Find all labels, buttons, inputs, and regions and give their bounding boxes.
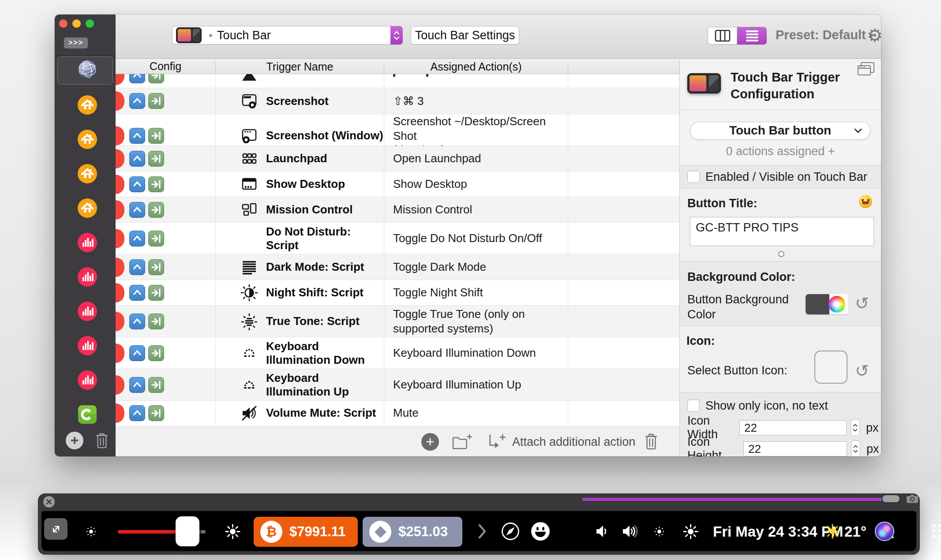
sidebar-item-bar-chart[interactable] [77, 370, 98, 391]
sidebar-item-home[interactable] [77, 163, 98, 184]
sidebar-overflow-button[interactable]: >>> [64, 37, 88, 49]
screenshot-camera-icon[interactable] [906, 493, 919, 504]
expand-icon[interactable] [44, 518, 67, 540]
goto-button[interactable] [148, 231, 164, 246]
table-row[interactable]: Screenshot ⇧⌘ 3 [116, 88, 679, 114]
volume-up-icon[interactable] [621, 522, 639, 541]
minimize-window-button[interactable] [72, 19, 81, 28]
table-row[interactable]: Mission Control Mission Control [116, 197, 679, 223]
attach-action-label[interactable]: Attach additional action [512, 435, 635, 449]
collapse-button[interactable] [129, 128, 145, 144]
current-color-swatch[interactable] [806, 294, 829, 314]
icon-width-input[interactable] [739, 420, 847, 435]
collapse-button[interactable] [129, 259, 145, 275]
column-header-trigger-name[interactable]: Trigger Name [215, 61, 384, 72]
columns-view-button[interactable] [708, 27, 737, 45]
temperature-widget[interactable]: 21° [844, 523, 866, 540]
table-row[interactable]: Do Not Disturb: Script Toggle Do Not Dis… [116, 223, 679, 254]
collapse-button[interactable] [129, 74, 145, 83]
sidebar-item-bar-chart[interactable] [77, 266, 98, 287]
icon-height-stepper[interactable] [851, 441, 860, 456]
preset-menu[interactable]: Preset: Default ▾ [776, 28, 874, 42]
emoji-smiley-icon[interactable] [531, 522, 550, 541]
table-row-partial[interactable] [116, 74, 679, 88]
goto-button[interactable] [148, 74, 164, 83]
keyboard-brightness-bright-icon[interactable] [682, 523, 699, 540]
collapse-button[interactable] [129, 202, 145, 218]
emoji-picker-icon[interactable] [859, 195, 872, 208]
add-trigger-button[interactable]: + [421, 433, 439, 451]
actions-assigned-note[interactable]: 0 actions assigned + [680, 145, 881, 158]
collapse-button[interactable] [129, 93, 145, 109]
color-wheel-icon[interactable] [829, 296, 845, 313]
table-row[interactable]: Screenshot (Window) Screenshot ~/Desktop… [116, 114, 679, 146]
table-row[interactable]: True Tone: Script Toggle True Tone (only… [116, 306, 679, 337]
goto-button[interactable] [148, 345, 164, 361]
goto-button[interactable] [148, 405, 164, 421]
icon-well[interactable] [814, 351, 847, 384]
table-row[interactable]: Keyboard Illumination Up Keyboard Illumi… [116, 369, 679, 401]
gear-icon[interactable]: ⚙ [867, 25, 883, 45]
icon-height-input[interactable] [743, 441, 847, 456]
table-row[interactable]: Night Shift: Script Toggle Night Shift [116, 280, 679, 306]
table-row[interactable]: Show Desktop Show Desktop [116, 172, 679, 197]
delete-trigger-trash-icon[interactable] [644, 433, 659, 451]
goto-button[interactable] [148, 259, 164, 275]
reset-color-icon[interactable]: ↺ [855, 295, 869, 312]
trigger-kind-select[interactable]: Touch Bar button [690, 122, 870, 140]
button-title-input[interactable]: GC-BTT PRO TIPS [690, 217, 874, 246]
list-view-button[interactable] [737, 27, 767, 45]
collapse-button[interactable] [129, 314, 145, 329]
close-window-button[interactable] [59, 19, 67, 28]
strip-size-slider[interactable] [582, 498, 885, 501]
volume-down-icon[interactable] [593, 522, 611, 541]
sidebar-item-bar-chart[interactable] [77, 232, 98, 253]
weather-sun-icon[interactable] [825, 523, 840, 539]
table-row[interactable]: Volume Mute: Script Mute [116, 401, 679, 426]
goto-button[interactable] [148, 202, 164, 218]
trigger-type-select[interactable]: • Touch Bar [172, 26, 403, 45]
delete-preset-trash-icon[interactable] [94, 432, 109, 450]
goto-button[interactable] [148, 128, 164, 144]
sidebar-item-bar-chart[interactable] [77, 335, 98, 356]
brightness-slider-knob[interactable] [176, 516, 199, 546]
collapse-button[interactable] [129, 377, 145, 393]
goto-button[interactable] [148, 93, 164, 109]
bitcoin-price-button[interactable]: ₿ $7991.11 [254, 517, 358, 547]
sidebar-item-home[interactable] [77, 129, 98, 150]
collapse-button[interactable] [129, 405, 145, 421]
globe-network-icon[interactable] [77, 59, 97, 79]
table-row[interactable]: Dark Mode: Script Toggle Dark Mode [116, 254, 679, 280]
goto-button[interactable] [148, 285, 164, 301]
sidebar-item-home[interactable] [77, 94, 98, 116]
collapse-button[interactable] [129, 345, 145, 361]
goto-button[interactable] [148, 377, 164, 393]
column-header-assigned-actions[interactable]: Assigned Action(s) [384, 61, 568, 72]
attach-action-icon[interactable] [487, 433, 507, 451]
reset-icon-icon[interactable]: ↺ [855, 362, 869, 379]
collapse-button[interactable] [129, 285, 145, 301]
brightness-dim-icon[interactable] [85, 526, 97, 538]
resize-handle[interactable] [778, 251, 784, 257]
sidebar-item-camtasia[interactable] [78, 405, 97, 424]
column-header-config[interactable]: Config [116, 60, 215, 73]
collapse-button[interactable] [129, 231, 145, 246]
chevron-right-icon[interactable] [477, 523, 487, 540]
ethereum-price-button[interactable]: $251.03 [363, 517, 462, 547]
strip-slider-knob[interactable] [881, 494, 900, 503]
brightness-bright-icon[interactable] [225, 523, 241, 540]
sidebar-item-home[interactable] [77, 198, 98, 219]
table-row[interactable]: Keyboard Illumination Down Keyboard Illu… [116, 337, 679, 369]
close-icon[interactable] [43, 496, 55, 508]
collapse-button[interactable] [129, 151, 145, 167]
color-well[interactable] [806, 294, 848, 314]
keyboard-brightness-dim-icon[interactable] [653, 526, 665, 538]
clock-widget[interactable]: Fri May 24 3:34 PM [713, 523, 843, 540]
table-row[interactable]: Launchpad Open Launchpad [116, 146, 679, 172]
touch-bar-settings-button[interactable]: Touch Bar Settings [411, 26, 519, 45]
goto-button[interactable] [148, 151, 164, 167]
zoom-window-button[interactable] [86, 19, 94, 28]
show-only-icon-checkbox[interactable] [687, 399, 700, 412]
bullet-list-icon[interactable] [932, 523, 941, 539]
select-stepper[interactable] [390, 26, 403, 45]
